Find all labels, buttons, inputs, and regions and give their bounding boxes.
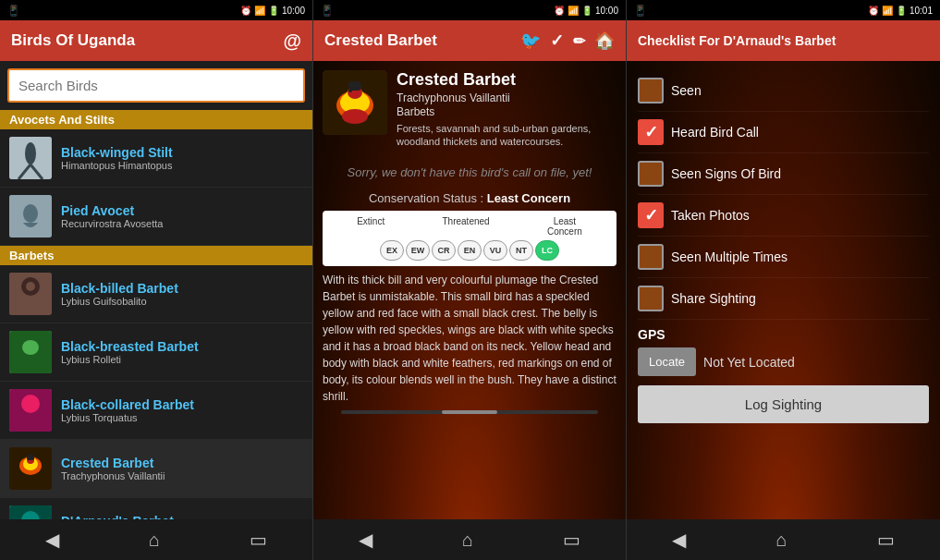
- status-bar-2: 📱 ⏰ 📶 🔋 10:00: [313, 0, 626, 20]
- app-title-2: Crested Barbet: [324, 31, 513, 50]
- svg-point-5: [23, 204, 38, 223]
- bird-description: With its thick bill and very colourful p…: [323, 272, 616, 405]
- checklist-label-share: Share Sighting: [671, 291, 756, 306]
- list-item[interactable]: Black-collared Barbet Lybius Torquatus: [0, 382, 312, 440]
- conservation-status: Conservation Status : Least Concern: [323, 191, 616, 205]
- app-bar-3: Checklist For D'Arnaud's Barbet: [627, 20, 940, 61]
- app-bar-icons-2: 🐦 ✓ ✏ 🏠: [520, 30, 615, 51]
- section-avocets: Avocets And Stilts: [0, 110, 312, 129]
- checkbox-multiple[interactable]: [638, 244, 664, 270]
- list-item[interactable]: Black-billed Barbet Lybius Guifsobalito: [0, 265, 312, 323]
- bird-name: Crested Barbet: [61, 456, 165, 470]
- bird-thumbnail: [9, 505, 52, 519]
- scroll-thumb: [442, 410, 497, 414]
- recent-btn-1[interactable]: ▭: [250, 529, 267, 551]
- bird-detail-name: Crested Barbet: [397, 70, 616, 90]
- checklist-item-share[interactable]: Share Sighting: [638, 278, 929, 320]
- checkbox-photos[interactable]: ✓: [638, 202, 664, 228]
- checklist-label-heard: Heard Bird Call: [671, 125, 759, 140]
- checklist-item-photos[interactable]: ✓ Taken Photos: [638, 195, 929, 237]
- checkbox-signs[interactable]: [638, 161, 664, 187]
- back-btn-3[interactable]: ◀: [672, 529, 686, 551]
- bird-main-thumbnail: [323, 70, 387, 135]
- search-input[interactable]: [7, 68, 305, 103]
- code-en: EN: [458, 240, 482, 261]
- bird-thumbnail: [9, 195, 52, 237]
- home-btn-3[interactable]: ⌂: [775, 530, 787, 551]
- bird-latin: Lybius Rolleti: [61, 354, 199, 365]
- back-btn-1[interactable]: ◀: [45, 529, 59, 551]
- list-item[interactable]: Black-winged Stilt Himantopus Himantopus: [0, 129, 312, 188]
- gps-row: Locate Not Yet Located: [638, 347, 929, 376]
- home-icon[interactable]: 🏠: [594, 30, 615, 51]
- app-bar-2: Crested Barbet 🐦 ✓ ✏ 🏠: [313, 20, 626, 61]
- code-vu: VU: [483, 240, 507, 261]
- section-barbets: Barbets: [0, 246, 312, 265]
- checkmark-icon-2: ✓: [644, 205, 658, 225]
- bird-thumbnail: [9, 331, 52, 373]
- code-nt: NT: [509, 240, 533, 261]
- bird-name: Black-billed Barbet: [61, 281, 178, 296]
- back-btn-2[interactable]: ◀: [359, 529, 372, 551]
- checkbox-seen[interactable]: [638, 78, 664, 103]
- list-item[interactable]: D'Arnaud's Barbet Trachyphonus Darnaudii: [0, 498, 312, 519]
- bird-thumbnail: [9, 389, 52, 432]
- home-btn-2[interactable]: ⌂: [462, 530, 473, 551]
- checklist-item-heard[interactable]: ✓ Heard Bird Call: [638, 112, 929, 153]
- conservation-chart: Extinct Threatened LeastConcern EX EW CR…: [323, 211, 616, 266]
- nav-bar-1: ◀ ⌂ ▭: [0, 519, 312, 560]
- bird-name: Black-collared Barbet: [61, 397, 194, 412]
- bird-detail-content: Crested Barbet Trachyphonus Vaillantii B…: [313, 61, 626, 519]
- checklist-label-photos: Taken Photos: [671, 208, 750, 223]
- list-item[interactable]: Black-breasted Barbet Lybius Rolleti: [0, 323, 312, 382]
- bird-detail-family: Barbets: [397, 105, 616, 118]
- status-icons-3: ⏰ 📶 🔋 10:01: [868, 6, 933, 16]
- bird-detail-latin: Trachyphonus Vaillantii: [397, 91, 616, 104]
- panel-bird-detail: 📱 ⏰ 📶 🔋 10:00 Crested Barbet 🐦 ✓ ✏ 🏠: [313, 0, 627, 560]
- bird-list: Avocets And Stilts Black-winged Stilt Hi…: [0, 110, 312, 519]
- checkmark-icon: ✓: [644, 122, 658, 142]
- app-title-1: Birds Of Uganda: [11, 31, 275, 50]
- checkbox-share[interactable]: [638, 286, 664, 311]
- edit-icon[interactable]: ✏: [573, 32, 585, 50]
- recent-btn-2[interactable]: ▭: [563, 529, 580, 551]
- checklist-label-signs: Seen Signs Of Bird: [671, 166, 781, 181]
- check-icon[interactable]: ✓: [550, 30, 564, 51]
- svg-rect-11: [22, 355, 39, 362]
- bird-latin: Lybius Torquatus: [61, 412, 194, 423]
- log-sighting-button[interactable]: Log Sighting: [638, 385, 929, 423]
- list-item[interactable]: Pied Avocet Recurvirostra Avosetta: [0, 188, 312, 246]
- status-icons-2: ⏰ 📶 🔋 10:00: [554, 6, 618, 16]
- svg-point-8: [26, 282, 35, 291]
- panel-birds-list: 📱 ⏰ 📶 🔋 10:00 Birds Of Uganda @ Avocets …: [0, 0, 313, 560]
- svg-point-30: [342, 109, 368, 124]
- checklist-item-seen[interactable]: Seen: [638, 70, 929, 112]
- home-btn-1[interactable]: ⌂: [149, 530, 160, 551]
- checkbox-heard[interactable]: ✓: [638, 119, 664, 145]
- bird-detail-habitat: Forests, savannah and sub-urban gardens,…: [397, 122, 616, 149]
- app-bar-1: Birds Of Uganda @: [0, 20, 312, 61]
- checklist-item-multiple[interactable]: Seen Multiple Times: [638, 237, 929, 278]
- list-item[interactable]: Crested Barbet Trachyphonus Vaillantii: [0, 440, 312, 498]
- app-title-3: Checklist For D'Arnaud's Barbet: [638, 33, 929, 48]
- locate-button[interactable]: Locate: [638, 347, 696, 376]
- svg-point-13: [21, 395, 40, 413]
- svg-point-1: [25, 142, 36, 164]
- checklist-item-signs[interactable]: Seen Signs Of Bird: [638, 153, 929, 195]
- location-text: Not Yet Located: [703, 355, 795, 370]
- recent-btn-3[interactable]: ▭: [877, 529, 895, 551]
- checklist-label-multiple: Seen Multiple Times: [671, 250, 787, 264]
- status-bar-1: 📱 ⏰ 📶 🔋 10:00: [0, 0, 312, 20]
- svg-point-29: [348, 89, 352, 92]
- chart-labels: Extinct Threatened LeastConcern: [328, 216, 611, 237]
- bird-name: Black-breasted Barbet: [61, 339, 199, 354]
- gps-label: GPS: [638, 327, 929, 342]
- scroll-indicator: [341, 410, 598, 414]
- bird-name: Pied Avocet: [61, 203, 163, 218]
- bird-icon[interactable]: 🐦: [520, 30, 541, 51]
- checklist-content: Seen ✓ Heard Bird Call Seen Signs Of Bir…: [627, 61, 940, 519]
- bird-header: Crested Barbet Trachyphonus Vaillantii B…: [323, 70, 616, 149]
- at-icon[interactable]: @: [283, 30, 301, 52]
- status-left: 📱: [7, 5, 20, 17]
- checklist-label-seen: Seen: [671, 83, 702, 98]
